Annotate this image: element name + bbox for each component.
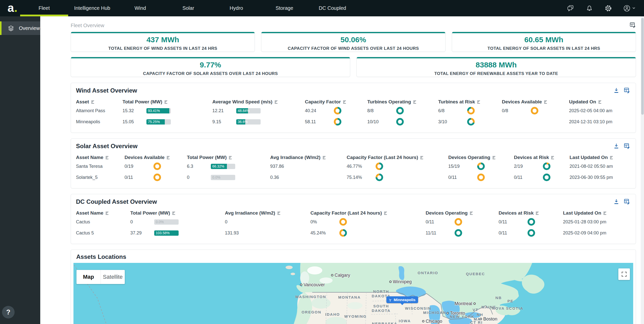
- table-row[interactable]: Solartek_50/1100.0%0.3675.14%0/110/11202…: [76, 172, 631, 183]
- gear-icon[interactable]: [604, 4, 612, 12]
- column-header-total-power-mw[interactable]: Total Power (MW): [187, 155, 270, 160]
- progress-bar: 0.0%: [154, 219, 179, 225]
- sort-icon[interactable]: [535, 211, 540, 215]
- column-header-asset-name[interactable]: Asset Name: [76, 210, 130, 216]
- column-header-turbines-operating[interactable]: Turbines Operating: [367, 99, 438, 105]
- kpi-accent-bar: [452, 32, 636, 33]
- sort-icon[interactable]: [172, 211, 176, 215]
- sort-icon[interactable]: [544, 100, 548, 104]
- column-header-turbines-at-risk[interactable]: Turbines at Risk: [438, 99, 502, 105]
- kpi-row-2: 9.77%CAPACITY FACTOR OF SOLAR ASSETS OVE…: [71, 57, 636, 77]
- table-row[interactable]: Minneapolis15.0575.25%9.1536.6%58.1110/1…: [76, 116, 631, 127]
- nav-item-intelligence-hub[interactable]: Intelligence Hub: [68, 0, 116, 16]
- kpi-card-capacity-factor-of-wind-assets-over-last-24-hours: 50.06%CAPACITY FACTOR OF WIND ASSETS OVE…: [261, 32, 445, 52]
- cell-avg-irradiance-w-m2: 131.93: [225, 230, 310, 236]
- map-label-south: SOUTH: [373, 304, 389, 308]
- column-header-capacity-factor-last-24-hours[interactable]: Capacity Factor (Last 24 hours): [310, 210, 426, 216]
- column-header-devices-available[interactable]: Devices Available: [125, 155, 187, 160]
- map-fullscreen-button[interactable]: [618, 268, 630, 280]
- column-label: Capacity Factor (Last 24 hours): [347, 155, 418, 160]
- column-header-avg-irradiance-w-m2[interactable]: Avg Irradiance (W/m2): [225, 210, 310, 216]
- kpi-label: TOTAL ENERGY OF RENEWABLE ASSETS YEAR TO…: [357, 71, 636, 76]
- progress-bar: 48.84%: [236, 108, 261, 113]
- column-header-devices-at-risk[interactable]: Devices at Risk: [514, 155, 570, 160]
- sidebar-item-overview[interactable]: Overview: [0, 21, 40, 35]
- map-view-button[interactable]: Map: [76, 270, 101, 284]
- chat-icon[interactable]: [567, 4, 575, 12]
- nav-item-solar[interactable]: Solar: [164, 0, 212, 16]
- column-header-last-updated-on[interactable]: Last Updated On: [563, 210, 631, 216]
- sort-icon[interactable]: [551, 155, 555, 160]
- column-header-last-updated-on[interactable]: Last Updated On: [570, 155, 631, 160]
- sort-icon[interactable]: [413, 100, 417, 104]
- cell-capacity-factor-last-24-hours: 45.24%: [310, 229, 426, 237]
- sort-icon[interactable]: [384, 211, 388, 215]
- column-header-total-power-mw[interactable]: Total Power (MW): [130, 210, 225, 216]
- column-header-devices-operating[interactable]: Devices Operating: [426, 210, 499, 216]
- table-row[interactable]: Santa Teresa0/196.366.32%937.8646.77%15/…: [76, 161, 631, 172]
- map-type-control: Map Satellite: [76, 270, 125, 284]
- sort-icon[interactable]: [166, 155, 171, 160]
- column-header-capacity-factor-last-24-hours[interactable]: Capacity Factor (Last 24 hours): [347, 155, 448, 160]
- table-edit-icon[interactable]: [624, 87, 630, 94]
- city-name: Montreal: [455, 301, 472, 306]
- sort-icon[interactable]: [477, 100, 481, 104]
- column-header-avg-irradiance-w-m2[interactable]: Avg Irradiance (W/m2): [270, 155, 347, 160]
- table-row[interactable]: Cactus 537.29103.58%131.9345.24%11/110/1…: [76, 227, 631, 238]
- page-scrollbar[interactable]: [641, 16, 644, 324]
- sort-icon[interactable]: [228, 155, 233, 160]
- sort-icon[interactable]: [277, 211, 281, 215]
- satellite-view-button[interactable]: Satellite: [101, 270, 125, 284]
- sort-icon[interactable]: [105, 211, 109, 215]
- sort-icon[interactable]: [420, 155, 424, 160]
- sort-icon[interactable]: [610, 155, 614, 160]
- sort-icon[interactable]: [603, 211, 607, 215]
- asset-marker-minneapolis[interactable]: Minneapolis: [386, 296, 418, 303]
- column-header-devices-at-risk[interactable]: Devices at Risk: [499, 210, 563, 216]
- sort-icon[interactable]: [598, 100, 602, 104]
- bell-icon[interactable]: [585, 4, 593, 12]
- table-edit-icon[interactable]: [624, 198, 630, 205]
- nav-item-storage[interactable]: Storage: [260, 0, 308, 16]
- cell-avg-irradiance-w-m2: 0.36: [270, 175, 347, 180]
- sort-icon[interactable]: [343, 100, 347, 104]
- column-header-devices-operating[interactable]: Devices Operating: [448, 155, 514, 160]
- table-row[interactable]: Altamont Pass15.3293.41%12.2148.84%40.24…: [76, 105, 631, 116]
- cell-total-power-mw: 15.0575.25%: [123, 119, 212, 125]
- dashboard-edit-icon[interactable]: [629, 22, 636, 29]
- app-logo[interactable]: a.: [8, 1, 18, 15]
- sort-icon[interactable]: [91, 100, 95, 104]
- column-header-average-wind-speed-m-s[interactable]: Average Wind Speed (m/s): [212, 99, 305, 105]
- fullscreen-icon: [621, 271, 627, 277]
- nav-item-hydro[interactable]: Hydro: [212, 0, 260, 16]
- sort-icon[interactable]: [105, 155, 109, 160]
- city-dot: [473, 303, 476, 305]
- column-header-total-power-mw[interactable]: Total Power (MW): [123, 99, 212, 105]
- user-menu[interactable]: [623, 5, 635, 12]
- column-label: Asset: [76, 99, 89, 105]
- column-header-asset[interactable]: Asset: [76, 99, 123, 105]
- table-edit-icon[interactable]: [624, 143, 630, 149]
- column-header-devices-available[interactable]: Devices Available: [502, 99, 569, 105]
- scrollbar-thumb[interactable]: [641, 18, 644, 115]
- download-icon[interactable]: [613, 87, 620, 94]
- nav-item-fleet[interactable]: Fleet: [20, 0, 68, 16]
- sort-icon[interactable]: [322, 155, 327, 160]
- help-button[interactable]: ?: [2, 306, 15, 318]
- sort-icon[interactable]: [492, 155, 496, 160]
- cell-devices-operating: 0/11: [426, 218, 499, 226]
- column-header-asset-name[interactable]: Asset Name: [76, 155, 125, 160]
- sort-icon[interactable]: [469, 211, 474, 215]
- sidebar: Overview ?: [0, 16, 40, 324]
- nav-item-wind[interactable]: Wind: [116, 0, 164, 16]
- nav-item-dc-coupled[interactable]: DC Coupled: [308, 0, 356, 16]
- assets-map[interactable]: CalgaryWinnipegVancouverChicagoTorontoMo…: [73, 263, 633, 324]
- download-icon[interactable]: [613, 143, 620, 149]
- sort-icon[interactable]: [164, 100, 168, 104]
- sort-icon[interactable]: [274, 100, 278, 104]
- column-label: Last Updated On: [570, 155, 608, 160]
- download-icon[interactable]: [613, 198, 620, 205]
- column-header-capacity-factor[interactable]: Capacity Factor: [305, 99, 367, 105]
- column-header-updated-on[interactable]: Updated On: [569, 99, 631, 105]
- table-row[interactable]: Cactus00.0%00%0/110/112025-01-28 03:00 p…: [76, 216, 631, 227]
